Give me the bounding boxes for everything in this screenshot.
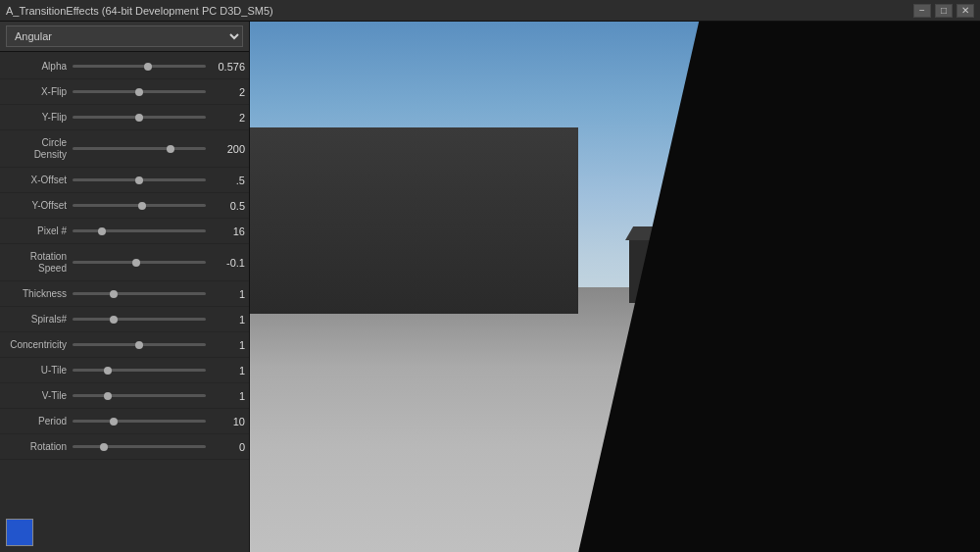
param-row-spirals-hash: Spirals# 1 xyxy=(0,307,249,332)
param-slider-container-x-flip xyxy=(73,90,206,93)
param-slider-period[interactable] xyxy=(73,420,206,423)
param-slider-container-pixel-hash xyxy=(73,229,206,232)
param-slider-x-offset[interactable] xyxy=(73,178,206,181)
param-slider-rotation-speed[interactable] xyxy=(73,261,206,264)
building-structure xyxy=(250,127,578,313)
param-slider-container-circle-density xyxy=(73,147,206,150)
param-slider-container-thickness xyxy=(73,292,206,295)
param-slider-rotation[interactable] xyxy=(73,445,206,448)
title-bar-buttons: − □ ✕ xyxy=(913,4,974,18)
param-row-pixel-hash: Pixel # 16 xyxy=(0,219,249,244)
close-button[interactable]: ✕ xyxy=(956,4,974,18)
param-label-x-flip: X-Flip xyxy=(4,86,73,98)
param-row-y-flip: Y-Flip 2 xyxy=(0,105,249,130)
param-slider-concentricity[interactable] xyxy=(73,343,206,346)
param-value-rotation: 0 xyxy=(206,441,245,453)
param-slider-v-tile[interactable] xyxy=(73,394,206,397)
param-slider-u-tile[interactable] xyxy=(73,369,206,372)
restore-button[interactable]: □ xyxy=(935,4,953,18)
left-panel: Angular Alpha 0.576 X-Flip 2 Y-Flip xyxy=(0,22,250,552)
param-row-concentricity: Concentricity 1 xyxy=(0,332,249,358)
param-label-y-flip: Y-Flip xyxy=(4,112,73,124)
param-slider-container-rotation xyxy=(73,445,206,448)
param-slider-pixel-hash[interactable] xyxy=(73,229,206,232)
color-swatch-row xyxy=(0,513,249,552)
param-slider-y-offset[interactable] xyxy=(73,204,206,207)
param-slider-x-flip[interactable] xyxy=(73,90,206,93)
param-slider-container-y-offset xyxy=(73,204,206,207)
param-value-x-offset: .5 xyxy=(206,175,245,186)
param-row-period: Period 10 xyxy=(0,409,249,434)
title-bar: A_TransitionEffects (64-bit Development … xyxy=(0,0,980,22)
param-slider-container-x-offset xyxy=(73,178,206,181)
param-value-rotation-speed: -0.1 xyxy=(206,257,245,269)
param-label-rotation-speed: RotationSpeed xyxy=(4,251,73,275)
param-row-rotation-speed: RotationSpeed -0.1 xyxy=(0,244,249,281)
param-value-y-flip: 2 xyxy=(206,112,245,124)
minimize-button[interactable]: − xyxy=(913,4,931,18)
param-slider-container-rotation-speed xyxy=(73,261,206,264)
param-row-circle-density: CircleDensity 200 xyxy=(0,130,249,168)
param-value-v-tile: 1 xyxy=(206,390,245,402)
param-value-x-flip: 2 xyxy=(206,86,245,98)
param-slider-container-concentricity xyxy=(73,343,206,346)
color-swatch[interactable] xyxy=(6,519,33,546)
param-slider-container-spirals-hash xyxy=(73,318,206,321)
param-slider-container-v-tile xyxy=(73,394,206,397)
param-value-thickness: 1 xyxy=(206,288,245,300)
param-slider-container-alpha xyxy=(73,65,206,68)
params-list: Alpha 0.576 X-Flip 2 Y-Flip 2 Ci xyxy=(0,52,249,513)
param-slider-thickness[interactable] xyxy=(73,292,206,295)
param-label-x-offset: X-Offset xyxy=(4,175,73,186)
param-label-y-offset: Y-Offset xyxy=(4,200,73,212)
param-value-u-tile: 1 xyxy=(206,365,245,376)
param-slider-alpha[interactable] xyxy=(73,65,206,68)
param-label-rotation: Rotation xyxy=(4,441,73,453)
param-value-y-offset: 0.5 xyxy=(206,200,245,212)
dropdown-row: Angular xyxy=(0,22,249,52)
param-label-thickness: Thickness xyxy=(4,288,73,300)
main-layout: Angular Alpha 0.576 X-Flip 2 Y-Flip xyxy=(0,22,980,552)
param-label-alpha: Alpha xyxy=(4,61,73,73)
title-bar-text: A_TransitionEffects (64-bit Development … xyxy=(6,5,273,17)
param-row-x-flip: X-Flip 2 xyxy=(0,79,249,105)
param-value-circle-density: 200 xyxy=(206,143,245,155)
param-slider-container-u-tile xyxy=(73,369,206,372)
param-value-period: 10 xyxy=(206,416,245,427)
param-slider-spirals-hash[interactable] xyxy=(73,318,206,321)
param-slider-y-flip[interactable] xyxy=(73,116,206,119)
param-row-x-offset: X-Offset .5 xyxy=(0,168,249,193)
param-row-thickness: Thickness 1 xyxy=(0,281,249,307)
param-slider-container-y-flip xyxy=(73,116,206,119)
viewport xyxy=(250,22,980,552)
param-row-y-offset: Y-Offset 0.5 xyxy=(0,193,249,219)
param-row-alpha: Alpha 0.576 xyxy=(0,54,249,79)
param-label-concentricity: Concentricity xyxy=(4,339,73,351)
param-row-v-tile: V-Tile 1 xyxy=(0,383,249,409)
param-label-spirals-hash: Spirals# xyxy=(4,314,73,326)
param-slider-container-period xyxy=(73,420,206,423)
param-label-u-tile: U-Tile xyxy=(4,365,73,376)
param-slider-circle-density[interactable] xyxy=(73,147,206,150)
effect-dropdown[interactable]: Angular xyxy=(6,25,243,47)
param-label-period: Period xyxy=(4,416,73,427)
param-value-pixel-hash: 16 xyxy=(206,226,245,237)
param-value-concentricity: 1 xyxy=(206,339,245,351)
param-label-circle-density: CircleDensity xyxy=(4,137,73,161)
param-label-pixel-hash: Pixel # xyxy=(4,226,73,237)
param-row-u-tile: U-Tile 1 xyxy=(0,358,249,383)
param-label-v-tile: V-Tile xyxy=(4,390,73,402)
param-value-alpha: 0.576 xyxy=(206,61,245,73)
param-row-rotation: Rotation 0 xyxy=(0,434,249,460)
param-value-spirals-hash: 1 xyxy=(206,314,245,326)
